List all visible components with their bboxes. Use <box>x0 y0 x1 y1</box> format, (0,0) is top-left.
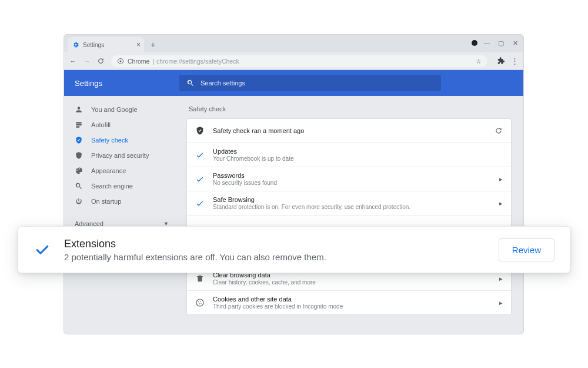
palette-icon <box>75 167 83 175</box>
chevron-right-icon: ▸ <box>499 275 503 283</box>
row-sub: Third-party cookies are blocked in Incog… <box>213 303 491 310</box>
svg-point-2 <box>196 299 203 306</box>
trash-icon <box>195 274 205 283</box>
sidebar-label: Autofill <box>91 121 111 128</box>
gear-icon <box>72 41 79 48</box>
record-icon <box>472 40 477 46</box>
sidebar-label: Safety check <box>91 137 128 144</box>
chevron-right-icon: ▸ <box>499 299 503 307</box>
chevron-right-icon: ▸ <box>499 175 503 183</box>
menu-icon[interactable]: ⋮ <box>511 57 519 65</box>
toolbar: ← → Chrome | chrome://settings/safetyChe… <box>64 52 523 70</box>
row-sub: No security issues found <box>213 180 491 186</box>
row-sub: Standard protection is on. For even more… <box>213 204 491 210</box>
row-title: Updates <box>213 148 503 155</box>
maximize-icon[interactable]: ▢ <box>496 38 506 48</box>
sidebar-label: You and Google <box>91 106 138 113</box>
omnibox-prefix: Chrome <box>128 58 149 65</box>
check-icon <box>195 150 205 160</box>
svg-point-1 <box>120 60 122 62</box>
browser-window: Settings × + — ▢ ✕ ← → Chrome | chrome:/… <box>64 34 524 334</box>
check-icon <box>195 198 205 208</box>
check-icon <box>195 174 205 184</box>
row-title: Safe Browsing <box>213 196 491 203</box>
content-area: You and Google Autofill Safety check Pri… <box>64 96 523 334</box>
row-title: Cookies and other site data <box>213 296 491 303</box>
svg-point-6 <box>201 303 201 304</box>
secure-icon <box>117 58 124 65</box>
search-settings-input[interactable]: Search settings <box>179 75 441 91</box>
new-tab-button[interactable]: + <box>146 38 159 51</box>
omnibox[interactable]: Chrome | chrome://settings/safetyCheck ☆ <box>111 55 487 67</box>
section-title: Safety check <box>189 105 512 112</box>
sidebar-item-autofill[interactable]: Autofill <box>64 117 179 132</box>
close-tab-icon[interactable]: × <box>136 41 141 49</box>
sidebar-label: Privacy and security <box>91 152 149 159</box>
minimize-icon[interactable]: — <box>482 38 492 48</box>
sidebar-item-on-startup[interactable]: On startup <box>64 194 179 209</box>
sidebar-item-privacy[interactable]: Privacy and security <box>64 148 179 163</box>
omnibox-url: | chrome://settings/safetyCheck <box>153 58 239 65</box>
reload-icon[interactable] <box>495 127 503 135</box>
close-window-icon[interactable]: ✕ <box>510 38 520 48</box>
cookie-icon <box>195 298 205 307</box>
forward-button[interactable]: → <box>83 58 91 65</box>
sidebar-label: Appearance <box>91 167 126 174</box>
browser-tab[interactable]: Settings × <box>68 37 144 52</box>
callout-subtitle: 2 potentially harmful extensions are off… <box>64 252 486 262</box>
chevron-right-icon: ▸ <box>499 200 503 207</box>
back-button[interactable]: ← <box>69 58 77 65</box>
privacy-card: Clear browsing data Clear history, cooki… <box>186 266 512 315</box>
main-panel: Safety check Safety check ran a moment a… <box>179 96 523 334</box>
privacy-row-cookies[interactable]: Cookies and other site data Third-party … <box>187 290 511 314</box>
safety-row-safe-browsing[interactable]: Safe Browsing Standard protection is on.… <box>187 191 511 215</box>
sidebar-label: Search engine <box>91 183 133 190</box>
shield-icon <box>75 151 83 160</box>
tab-strip: Settings × + — ▢ ✕ <box>64 35 523 52</box>
tab-title: Settings <box>83 42 104 48</box>
svg-point-4 <box>201 301 202 302</box>
svg-point-3 <box>198 301 199 303</box>
sidebar-item-safety-check[interactable]: Safety check <box>64 132 179 148</box>
search-placeholder: Search settings <box>201 79 245 87</box>
shield-icon <box>195 126 205 135</box>
svg-point-5 <box>199 303 201 304</box>
settings-title: Settings <box>64 79 179 88</box>
review-button[interactable]: Review <box>499 238 554 261</box>
check-icon <box>34 241 51 258</box>
settings-header: Settings Search settings <box>64 70 523 96</box>
sidebar: You and Google Autofill Safety check Pri… <box>64 96 179 334</box>
person-icon <box>75 105 83 114</box>
autofill-icon <box>75 121 83 129</box>
row-sub: Clear history, cookies, cache, and more <box>213 279 491 286</box>
row-title: Passwords <box>213 172 491 179</box>
safety-header-text: Safety check ran a moment ago <box>213 127 486 134</box>
extensions-callout: Extensions 2 potentially harmful extensi… <box>18 226 570 273</box>
search-icon <box>186 79 195 87</box>
shield-check-icon <box>75 136 83 144</box>
star-icon[interactable]: ☆ <box>476 58 482 65</box>
safety-header-row: Safety check ran a moment ago <box>187 119 511 142</box>
search-icon <box>75 182 83 190</box>
sidebar-label: On startup <box>91 198 121 205</box>
reload-button[interactable] <box>97 57 105 65</box>
callout-title: Extensions <box>64 238 486 250</box>
sidebar-item-search-engine[interactable]: Search engine <box>64 178 179 194</box>
safety-row-passwords[interactable]: Passwords No security issues found ▸ <box>187 167 511 191</box>
row-sub: Your Chromebook is up to date <box>213 155 503 162</box>
sidebar-item-appearance[interactable]: Appearance <box>64 163 179 178</box>
window-controls: — ▢ ✕ <box>472 38 520 48</box>
extensions-icon[interactable] <box>497 57 505 65</box>
power-icon <box>75 197 83 205</box>
sidebar-item-you-and-google[interactable]: You and Google <box>64 102 179 117</box>
safety-row-updates: Updates Your Chromebook is up to date <box>187 142 511 167</box>
